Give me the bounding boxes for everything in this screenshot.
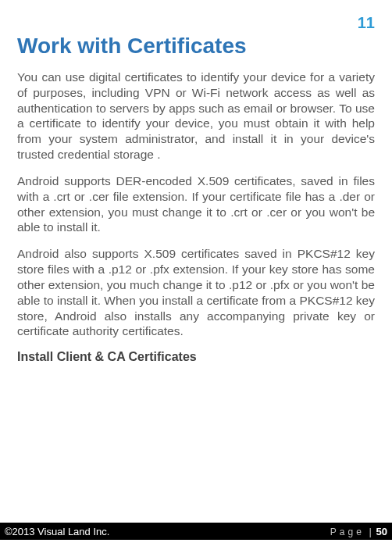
page-footer: ©2013 Visual Land Inc. Page | 50 <box>0 523 392 540</box>
footer-page-number: 50 <box>376 526 387 537</box>
document-page: 11 Work with Certificates You can use di… <box>0 0 392 557</box>
subsection-title: Install Client & CA Certificates <box>17 350 375 364</box>
footer-page-separator: | <box>369 526 372 537</box>
body-paragraph-1: You can use digital certificates to iden… <box>17 70 375 162</box>
body-paragraph-2: Android supports DER-encoded X.509 certi… <box>17 173 375 235</box>
footer-page-label: Page <box>330 527 365 537</box>
footer-copyright: ©2013 Visual Land Inc. <box>5 526 109 537</box>
page-title: Work with Certificates <box>17 34 375 59</box>
body-paragraph-3: Android also supports X.509 certificates… <box>17 246 375 339</box>
section-number: 11 <box>17 14 375 32</box>
footer-page-info: Page | 50 <box>330 526 387 537</box>
